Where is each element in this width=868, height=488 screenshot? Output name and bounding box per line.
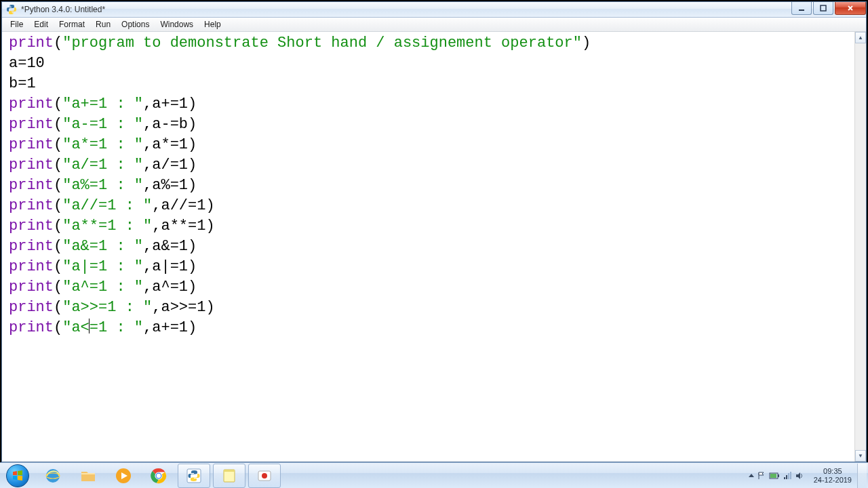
tray-battery-icon[interactable] bbox=[769, 472, 780, 480]
menu-edit[interactable]: Edit bbox=[28, 18, 54, 30]
scroll-up-button[interactable]: ▲ bbox=[855, 32, 866, 43]
pinned-apps bbox=[35, 463, 282, 488]
svg-rect-21 bbox=[788, 473, 789, 479]
tray-volume-icon[interactable] bbox=[795, 471, 804, 481]
svg-rect-2 bbox=[799, 9, 804, 11]
show-desktop-button[interactable] bbox=[857, 464, 867, 488]
windows-logo-icon bbox=[12, 470, 24, 482]
menu-windows[interactable]: Windows bbox=[155, 18, 199, 30]
menu-run[interactable]: Run bbox=[90, 18, 116, 30]
tray-date: 24-12-2019 bbox=[814, 476, 852, 485]
scroll-down-button[interactable]: ▼ bbox=[855, 450, 866, 462]
svg-point-0 bbox=[9, 5, 10, 6]
minimize-button[interactable] bbox=[791, 2, 812, 15]
editor-area: print("program to demonstrate Short hand… bbox=[2, 32, 866, 462]
system-tray: 09:35 24-12-2019 bbox=[745, 463, 868, 488]
taskbar-explorer[interactable] bbox=[72, 464, 104, 488]
tray-network-icon[interactable] bbox=[783, 471, 792, 481]
svg-rect-19 bbox=[784, 477, 785, 479]
tray-time: 09:35 bbox=[814, 467, 852, 476]
svg-rect-17 bbox=[778, 474, 779, 477]
svg-rect-13 bbox=[224, 470, 235, 472]
code-editor[interactable]: print("program to demonstrate Short hand… bbox=[2, 32, 854, 462]
tray-clock[interactable]: 09:35 24-12-2019 bbox=[808, 464, 857, 487]
titlebar[interactable]: *Python 3.4.0: Untitled* bbox=[2, 2, 866, 18]
vertical-scrollbar[interactable]: ▲ ▼ bbox=[854, 32, 866, 462]
close-button[interactable] bbox=[835, 2, 866, 15]
taskbar-chrome[interactable] bbox=[142, 464, 175, 488]
svg-point-1 bbox=[12, 12, 13, 13]
menu-help[interactable]: Help bbox=[199, 18, 226, 30]
taskbar-notes[interactable] bbox=[213, 464, 245, 488]
scroll-track[interactable] bbox=[855, 43, 866, 450]
menu-options[interactable]: Options bbox=[116, 18, 155, 30]
menu-file[interactable]: File bbox=[5, 18, 28, 30]
menubar: File Edit Format Run Options Windows Hel… bbox=[2, 18, 866, 32]
python-icon bbox=[6, 4, 17, 15]
svg-point-10 bbox=[157, 473, 161, 477]
taskbar-ie[interactable] bbox=[37, 464, 69, 488]
maximize-button[interactable] bbox=[813, 2, 833, 15]
taskbar: 09:35 24-12-2019 bbox=[0, 462, 868, 488]
svg-rect-22 bbox=[790, 472, 791, 479]
start-button[interactable] bbox=[0, 463, 35, 488]
window-title: *Python 3.4.0: Untitled* bbox=[20, 5, 791, 14]
tray-flag-icon[interactable] bbox=[757, 471, 766, 481]
text-caret bbox=[89, 319, 90, 333]
taskbar-recorder[interactable] bbox=[248, 464, 281, 488]
tray-chevron-icon[interactable] bbox=[749, 474, 754, 477]
builtin-print: print bbox=[9, 35, 54, 52]
svg-rect-18 bbox=[770, 474, 776, 478]
taskbar-media-player[interactable] bbox=[107, 464, 140, 488]
menu-format[interactable]: Format bbox=[54, 18, 90, 30]
taskbar-idle[interactable] bbox=[178, 464, 210, 488]
idle-window: *Python 3.4.0: Untitled* File Edit Forma… bbox=[1, 1, 867, 462]
tray-icons[interactable] bbox=[745, 471, 808, 481]
svg-point-15 bbox=[262, 473, 267, 479]
svg-rect-3 bbox=[821, 5, 826, 11]
window-controls bbox=[791, 2, 866, 17]
svg-rect-20 bbox=[786, 475, 787, 479]
